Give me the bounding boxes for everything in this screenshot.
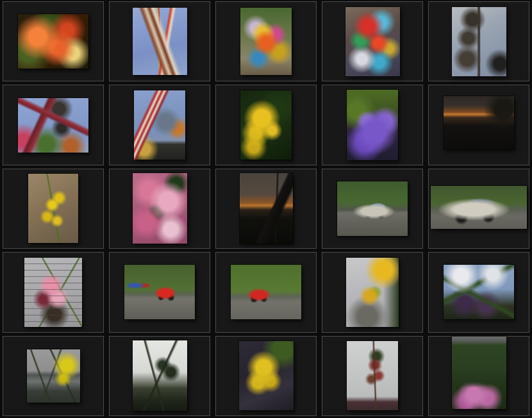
dusk-plant-thumbnail[interactable] <box>240 173 293 244</box>
pink-blossoms-thumbnail[interactable] <box>133 173 187 244</box>
thumbnail-grid <box>0 0 532 418</box>
purple-flowers-sky-thumbnail[interactable] <box>444 265 514 319</box>
thumbnail-frame <box>322 1 423 81</box>
gallery-cell <box>319 83 426 167</box>
gallery-cell <box>106 167 213 251</box>
meadow-pink-flowers-thumbnail[interactable] <box>452 337 506 409</box>
thumbnail-frame <box>215 169 317 249</box>
thumbnail-frame <box>428 252 529 332</box>
gallery-cell <box>426 251 532 334</box>
purple-bellflowers-thumbnail[interactable] <box>347 90 398 160</box>
gallery-cell <box>0 335 106 418</box>
thumbnail-frame <box>109 252 210 332</box>
ride-arms-thumbnail[interactable] <box>18 98 88 153</box>
ferris-wheel-thumbnail[interactable] <box>452 7 506 76</box>
dusk-lake-thumbnail[interactable] <box>444 96 514 149</box>
lakeside-yellow-flowers-thumbnail[interactable] <box>27 349 80 403</box>
orange-flowers-thumbnail[interactable] <box>18 14 88 69</box>
gallery-cell <box>426 167 532 251</box>
thumbnail-frame <box>428 336 529 416</box>
gallery-cell <box>106 83 213 167</box>
thumbnail-frame <box>215 336 317 416</box>
gallery-cell <box>0 0 106 83</box>
gallery-cell <box>106 251 213 334</box>
gallery-cell <box>319 335 426 418</box>
thumbnail-frame <box>109 169 210 249</box>
gallery-cell <box>213 0 319 83</box>
thumbnail-frame <box>109 85 210 165</box>
pink-bouquet-thumbnail[interactable] <box>24 258 82 327</box>
gallery-cell <box>426 0 532 83</box>
thumbnail-frame <box>322 336 423 416</box>
thumbnail-frame <box>3 252 104 332</box>
gallery-cell <box>213 251 319 334</box>
thumbnail-frame <box>215 252 317 332</box>
yellow-wildflower-thumbnail[interactable] <box>28 174 78 243</box>
gallery-cell <box>426 83 532 167</box>
gallery-cell <box>213 335 319 418</box>
gallery-cell <box>319 167 426 251</box>
thumbnail-frame <box>3 336 104 416</box>
thumbnail-frame <box>215 85 317 165</box>
gallery-cell <box>319 251 426 334</box>
red-hatchback-thumbnail[interactable] <box>124 265 195 319</box>
silver-sedan-thumbnail[interactable] <box>337 181 408 236</box>
thumbnail-frame <box>109 1 210 81</box>
gallery-cell <box>0 251 106 334</box>
thumbnail-frame <box>428 85 529 165</box>
thumbnail-frame <box>215 1 317 81</box>
red-car-blur-thumbnail[interactable] <box>231 265 301 319</box>
gallery-cell <box>106 335 213 418</box>
thumbnail-frame <box>3 1 104 81</box>
thumbnail-frame <box>109 336 210 416</box>
gallery-cell <box>106 0 213 83</box>
spiral-ride-thumbnail[interactable] <box>134 90 185 160</box>
fair-ride-tower-thumbnail[interactable] <box>133 8 187 75</box>
balloon-cluster-thumbnail[interactable] <box>345 7 400 76</box>
plants-white-sky-thumbnail[interactable] <box>133 340 187 411</box>
yellow-iris-thumbnail[interactable] <box>239 341 294 410</box>
balloon-character-thumbnail[interactable] <box>240 8 292 75</box>
gallery-cell <box>426 335 532 418</box>
thumbnail-frame <box>428 169 529 249</box>
gallery-cell <box>0 83 106 167</box>
thumbnail-frame <box>322 85 423 165</box>
red-plant-stalk-thumbnail[interactable] <box>347 341 398 410</box>
yellow-freesia-light-thumbnail[interactable] <box>346 258 399 327</box>
silver-car-blur-thumbnail[interactable] <box>431 186 527 229</box>
thumbnail-frame <box>428 1 529 81</box>
gallery-cell <box>213 167 319 251</box>
thumbnail-frame <box>3 85 104 165</box>
thumbnail-frame <box>3 169 104 249</box>
thumbnail-frame <box>322 252 423 332</box>
gallery-cell <box>319 0 426 83</box>
gallery-cell <box>0 167 106 251</box>
gallery-cell <box>213 83 319 167</box>
thumbnail-frame <box>322 169 423 249</box>
yellow-freesia-dark-thumbnail[interactable] <box>240 90 292 160</box>
